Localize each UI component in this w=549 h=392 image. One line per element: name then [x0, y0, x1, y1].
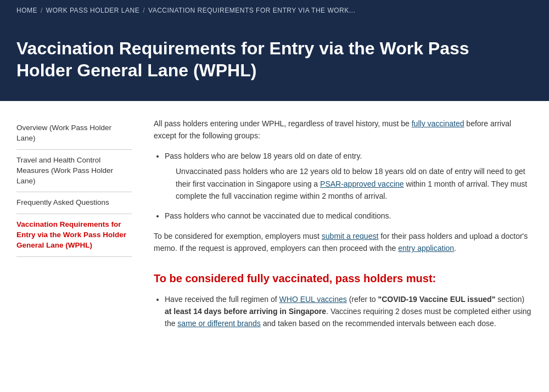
sidebar-link-vaccination-req[interactable]: Vaccination Requirements for Entry via t… — [16, 220, 126, 249]
sidebar-item-travel-health[interactable]: Travel and Health Control Measures (Work… — [16, 150, 132, 193]
bullet1-text: Pass holders who are below 18 years old … — [165, 152, 362, 160]
breadcrumb-work-pass[interactable]: WORK PASS HOLDER LANE — [46, 7, 139, 14]
bullet2-text: Pass holders who cannot be vaccinated du… — [165, 211, 391, 220]
fully-vaccinated-list: Have received the full regimen of WHO EU… — [165, 293, 533, 330]
who-eul-link[interactable]: WHO EUL vaccines — [279, 295, 347, 304]
page-header: Vaccination Requirements for Entry via t… — [0, 21, 549, 101]
exemption-pre: To be considered for exemption, employer… — [154, 232, 322, 240]
sidebar-link-travel-health[interactable]: Travel and Health Control Measures (Work… — [16, 156, 113, 185]
bullet-who-eul: Have received the full regimen of WHO EU… — [165, 293, 533, 330]
sidebar-link-overview[interactable]: Overview (Work Pass Holder Lane) — [16, 124, 111, 142]
sidebar: Overview (Work Pass Holder Lane) Travel … — [16, 117, 132, 338]
fvb1-after: section) — [495, 295, 524, 304]
breadcrumb: HOME / WORK PASS HOLDER LANE / VACCINATI… — [0, 0, 549, 21]
sidebar-item-vaccination-req[interactable]: Vaccination Requirements for Entry via t… — [16, 214, 132, 257]
same-different-brands-link[interactable]: same or different brands — [177, 319, 261, 328]
breadcrumb-separator-2: / — [143, 7, 145, 14]
breadcrumb-current[interactable]: VACCINATION REQUIREMENTS FOR ENTRY VIA T… — [148, 7, 355, 14]
breadcrumb-separator-1: / — [41, 7, 43, 14]
fvb1-pre: Have received the full regimen of — [165, 295, 279, 304]
sidebar-item-overview[interactable]: Overview (Work Pass Holder Lane) — [16, 117, 132, 150]
exemption-list: Pass holders who are below 18 years old … — [165, 150, 533, 222]
bullet1-sub-text: Unvaccinated pass holders who are 12 yea… — [176, 165, 533, 202]
page-title: Vaccination Requirements for Entry via t… — [16, 37, 511, 81]
fully-vaccinated-heading: To be considered fully vaccinated, pass … — [154, 271, 533, 285]
intro-paragraph: All pass holders entering under WPHL, re… — [154, 117, 533, 142]
bullet-medical-conditions: Pass holders who cannot be vaccinated du… — [165, 210, 533, 222]
bullet-under-18: Pass holders who are below 18 years old … — [165, 150, 533, 203]
fully-vaccinated-link[interactable]: fully vaccinated — [412, 119, 464, 128]
exemption-paragraph: To be considered for exemption, employer… — [154, 230, 533, 255]
intro-text: All pass holders entering under WPHL, re… — [154, 119, 412, 128]
sidebar-item-faq[interactable]: Frequently Asked Questions — [16, 192, 132, 214]
fvb1-mid: (refer to — [347, 295, 378, 304]
breadcrumb-home[interactable]: HOME — [16, 7, 37, 14]
exemption-end: . — [454, 244, 456, 253]
content-area: Overview (Work Pass Holder Lane) Travel … — [0, 101, 549, 354]
psar-vaccine-link[interactable]: PSAR-approved vaccine — [320, 180, 404, 188]
submit-request-link[interactable]: submit a request — [322, 232, 379, 240]
14-days-bold: at least 14 days before arriving in Sing… — [165, 307, 326, 316]
main-article: All pass holders entering under WPHL, re… — [154, 117, 533, 338]
fvb1-end: and taken based on the recommended inter… — [261, 319, 496, 328]
covid-vaccine-bold: "COVID-19 Vaccine EUL issued" — [378, 295, 496, 304]
sidebar-link-faq[interactable]: Frequently Asked Questions — [16, 198, 109, 206]
entry-application-link[interactable]: entry application — [398, 244, 454, 253]
